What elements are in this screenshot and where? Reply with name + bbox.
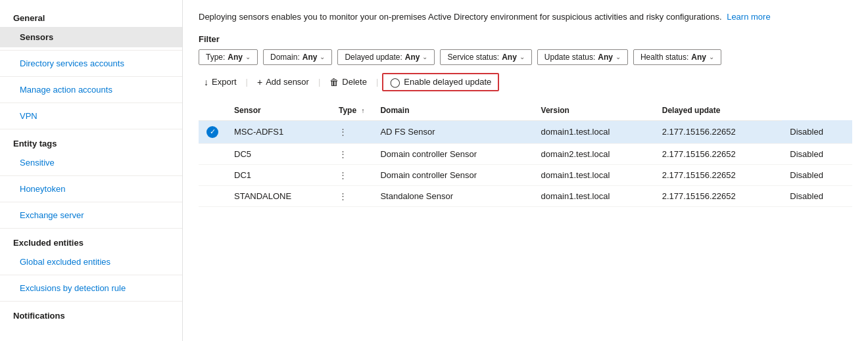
dots-icon-2[interactable]: ⋮ <box>339 149 348 159</box>
sensor-type-3: Domain controller Sensor <box>372 164 533 185</box>
sidebar-item-sensitive[interactable]: Sensitive <box>0 152 182 173</box>
filter-update-status[interactable]: Update status: Any ⌄ <box>537 49 628 65</box>
filter-update-value: Any <box>598 53 613 62</box>
table-row[interactable]: DC1 ⋮ Domain controller Sensor domain1.t… <box>199 164 852 185</box>
filter-service-status[interactable]: Service status: Any ⌄ <box>440 49 531 65</box>
add-sensor-label: Add sensor <box>266 77 309 87</box>
info-banner-text: Deploying sensors enables you to monitor… <box>199 12 722 22</box>
sensor-domain-1: domain1.test.local <box>533 120 654 143</box>
filter-domain-key: Domain: <box>270 53 300 62</box>
col-type-label: Type <box>339 106 356 115</box>
sidebar-item-manage-action[interactable]: Manage action accounts <box>0 80 182 100</box>
filter-delayed-key: Delayed update: <box>345 53 402 62</box>
dots-icon-1[interactable]: ⋮ <box>339 127 348 137</box>
main-content: Deploying sensors enables you to monitor… <box>183 0 868 341</box>
enable-delayed-update-button[interactable]: ◯ Enable delayed update <box>382 73 499 91</box>
action-separator-1: | <box>246 77 248 87</box>
learn-more-link[interactable]: Learn more <box>727 12 770 22</box>
export-button[interactable]: ↓ Export <box>199 74 242 91</box>
col-delayed-update: Delayed update <box>654 101 783 121</box>
dots-icon-4[interactable]: ⋮ <box>339 191 348 201</box>
filter-type-value: Any <box>228 53 243 62</box>
sidebar-divider-5 <box>0 175 182 176</box>
filter-health-key: Health status: <box>640 53 688 62</box>
delete-icon: 🗑 <box>329 77 339 87</box>
filter-service-key: Service status: <box>447 53 499 62</box>
filter-label: Filter <box>199 34 852 44</box>
sidebar-item-directory-services[interactable]: Directory services accounts <box>0 53 182 74</box>
filter-update-key: Update status: <box>544 53 595 62</box>
sidebar-item-exclusions-detection[interactable]: Exclusions by detection rule <box>0 278 182 298</box>
sensors-table: Sensor Type ↑ Domain Version Delayed upd… <box>199 101 852 207</box>
filter-delayed-update[interactable]: Delayed update: Any ⌄ <box>337 49 435 65</box>
col-domain-label: Domain <box>380 106 409 115</box>
table-header-row: Sensor Type ↑ Domain Version Delayed upd… <box>199 101 852 121</box>
action-separator-3: | <box>376 77 378 87</box>
filter-health-status[interactable]: Health status: Any ⌄ <box>633 49 721 65</box>
sidebar-section-general: General Sensors Directory services accou… <box>0 7 182 129</box>
sensor-delayed-3: Disabled <box>782 164 852 185</box>
sensor-delayed-4: Disabled <box>782 185 852 206</box>
sensor-delayed-1: Disabled <box>782 120 852 143</box>
sensor-type-2: Domain controller Sensor <box>372 143 533 164</box>
sensor-name-4: STANDALONE <box>226 185 331 206</box>
sidebar-divider-4 <box>0 129 182 129</box>
filter-update-chevron: ⌄ <box>615 53 621 60</box>
filter-service-value: Any <box>502 53 517 62</box>
add-sensor-button[interactable]: + Add sensor <box>252 74 314 91</box>
filter-type-key: Type: <box>206 53 225 62</box>
row-menu-3[interactable]: ⋮ <box>331 164 372 185</box>
sensor-name-3: DC1 <box>226 164 331 185</box>
sidebar-item-global-excluded[interactable]: Global excluded entities <box>0 252 182 272</box>
sidebar-section-notifications: Notifications <box>0 304 182 325</box>
row-check-3[interactable] <box>199 164 226 185</box>
sidebar-section-entity-tags: Entity tags Sensitive Honeytoken Exchang… <box>0 132 182 229</box>
col-type[interactable]: Type ↑ <box>331 101 372 121</box>
dots-icon-3[interactable]: ⋮ <box>339 170 348 180</box>
sidebar-item-exchange-server[interactable]: Exchange server <box>0 205 182 225</box>
sensor-domain-3: domain1.test.local <box>533 164 654 185</box>
filter-domain-value: Any <box>302 53 318 62</box>
filter-type[interactable]: Type: Any ⌄ <box>199 49 258 65</box>
table-row[interactable]: ✓ MSC-ADFS1 ⋮ AD FS Sensor domain1.test.… <box>199 120 852 143</box>
table-row[interactable]: DC5 ⋮ Domain controller Sensor domain2.t… <box>199 143 852 164</box>
sensor-version-1: 2.177.15156.22652 <box>654 120 783 143</box>
row-check-1[interactable]: ✓ <box>199 120 226 143</box>
sensor-domain-4: domain1.test.local <box>533 185 654 206</box>
filter-delayed-value: Any <box>405 53 420 62</box>
selected-check-icon: ✓ <box>206 126 218 138</box>
sensor-delayed-2: Disabled <box>782 143 852 164</box>
col-sensor[interactable]: Sensor <box>226 101 331 121</box>
filter-bar: Type: Any ⌄ Domain: Any ⌄ Delayed update… <box>199 49 852 65</box>
table-row[interactable]: STANDALONE ⋮ Standalone Sensor domain1.t… <box>199 185 852 206</box>
export-icon: ↓ <box>204 77 208 87</box>
row-check-4[interactable] <box>199 185 226 206</box>
info-banner: Deploying sensors enables you to monitor… <box>199 11 852 24</box>
sidebar-divider-6 <box>0 202 182 202</box>
sort-icon-type: ↑ <box>361 107 364 114</box>
sensor-type-1: AD FS Sensor <box>372 120 533 143</box>
filter-delayed-chevron: ⌄ <box>422 53 427 60</box>
add-icon: + <box>257 77 262 87</box>
row-menu-4[interactable]: ⋮ <box>331 185 372 206</box>
action-bar: ↓ Export | + Add sensor | 🗑 Delete | ◯ E… <box>199 73 852 91</box>
sensor-name-2: DC5 <box>226 143 331 164</box>
sidebar-item-vpn[interactable]: VPN <box>0 106 182 126</box>
sidebar-section-header-notifications: Notifications <box>0 304 182 325</box>
filter-domain[interactable]: Domain: Any ⌄ <box>263 49 332 65</box>
sidebar-item-sensors[interactable]: Sensors <box>0 27 182 47</box>
sensor-version-2: 2.177.15156.22652 <box>654 143 783 164</box>
table-header: Sensor Type ↑ Domain Version Delayed upd… <box>199 101 852 121</box>
row-check-2[interactable] <box>199 143 226 164</box>
filter-health-value: Any <box>691 53 706 62</box>
col-sensor-label: Sensor <box>234 106 261 115</box>
delete-label: Delete <box>342 77 367 87</box>
sidebar-item-honeytoken[interactable]: Honeytoken <box>0 179 182 199</box>
delete-button[interactable]: 🗑 Delete <box>324 74 372 91</box>
action-separator-2: | <box>318 77 320 87</box>
export-label: Export <box>212 77 237 87</box>
row-menu-1[interactable]: ⋮ <box>331 120 372 143</box>
sensor-domain-2: domain2.test.local <box>533 143 654 164</box>
row-menu-2[interactable]: ⋮ <box>331 143 372 164</box>
sidebar: General Sensors Directory services accou… <box>0 0 183 341</box>
